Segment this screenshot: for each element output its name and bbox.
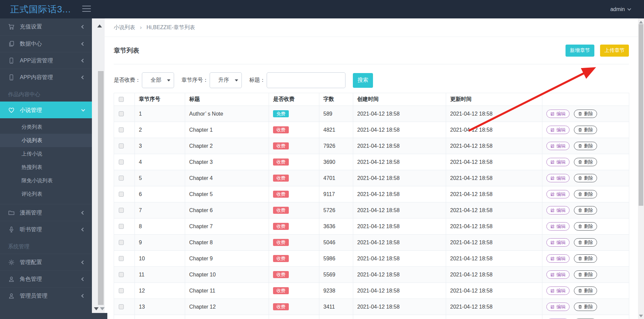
edit-button[interactable]: 编辑	[546, 238, 570, 247]
row-checkbox[interactable]	[119, 256, 124, 261]
delete-button[interactable]: 删除	[574, 238, 597, 247]
scroll-down-icon[interactable]	[639, 315, 643, 317]
chevron-left-icon	[81, 228, 85, 231]
edit-button[interactable]: 编辑	[546, 174, 570, 182]
sidebar-item[interactable]: APP内容管理	[0, 69, 92, 85]
sidebar-item[interactable]: 角色管理	[0, 270, 92, 287]
row-checkbox[interactable]	[119, 192, 124, 197]
delete-button[interactable]: 删除	[574, 254, 597, 263]
sidebar-item[interactable]: 数据中心	[0, 35, 92, 52]
cell-created-time: 2021-04-12 18:58	[353, 235, 446, 251]
edit-button[interactable]: 编辑	[546, 206, 570, 214]
cell-chapter-no: 3	[135, 138, 185, 154]
table-row: 6Chapter 5收费91172021-04-12 18:582021-04-…	[114, 186, 629, 202]
cell-updated-time: 2021-04-12 18:58	[446, 138, 542, 154]
content-scrollbar-left[interactable]	[92, 18, 105, 313]
title-filter-label: 标题：	[249, 77, 265, 84]
delete-button[interactable]: 删除	[574, 142, 597, 150]
upload-chapter-button[interactable]: 上传章节	[600, 45, 629, 57]
sidebar-toggle-icon[interactable]	[82, 6, 91, 13]
row-checkbox[interactable]	[119, 160, 124, 165]
chapter-table: 章节序号标题是否收费字数创建时间更新时间 1Author’ s Note免费58…	[114, 93, 629, 319]
edit-icon	[550, 160, 555, 164]
add-chapter-button[interactable]: 新增章节	[566, 45, 594, 57]
table-row: 4Chapter 3收费36902021-04-12 18:582021-04-…	[114, 154, 629, 170]
edit-button[interactable]: 编辑	[546, 254, 570, 263]
cell-updated-time: 2021-04-12 18:58	[446, 315, 542, 319]
filter-row: 是否收费： 全部 章节序号： 升序 标题： 搜索	[114, 72, 629, 88]
row-checkbox[interactable]	[119, 127, 124, 132]
scroll-up-icon[interactable]	[97, 24, 102, 27]
cell-title: Author’ s Note	[185, 106, 269, 122]
edit-button[interactable]: 编辑	[546, 110, 570, 118]
cell-chapter-no: 6	[135, 186, 185, 202]
scroll-down-icon[interactable]	[94, 307, 99, 310]
sidebar-item[interactable]: APP运营管理	[0, 52, 92, 69]
gear-icon	[8, 259, 15, 266]
sidebar-subitem[interactable]: 热搜列表	[0, 161, 92, 174]
fee-filter-select[interactable]: 全部	[142, 72, 174, 88]
delete-button[interactable]: 删除	[574, 110, 597, 118]
sidebar-item[interactable]: 管理配置	[0, 254, 92, 270]
sidebar-subitem[interactable]: 小说列表	[0, 134, 92, 147]
edit-button[interactable]: 编辑	[546, 303, 570, 311]
edit-button[interactable]: 编辑	[546, 126, 570, 134]
delete-button[interactable]: 删除	[574, 303, 597, 311]
sidebar-subitem[interactable]: 评论列表	[0, 187, 92, 201]
order-filter-select[interactable]: 升序	[210, 72, 242, 88]
page-scrollbar[interactable]	[638, 18, 644, 319]
column-header: 标题	[185, 93, 269, 106]
row-checkbox[interactable]	[119, 224, 124, 229]
scrollbar-thumb[interactable]	[98, 71, 104, 305]
user-menu[interactable]: admin	[610, 0, 631, 18]
sidebar-item[interactable]: 充值设置	[0, 18, 92, 35]
row-checkbox[interactable]	[119, 304, 124, 309]
title-search-input[interactable]	[267, 72, 345, 88]
edit-button[interactable]: 编辑	[546, 142, 570, 150]
sidebar-item[interactable]: 漫画管理	[0, 204, 92, 221]
scrollbar-thumb[interactable]	[639, 24, 643, 206]
row-checkbox[interactable]	[119, 272, 124, 277]
cell-word-count: 9238	[319, 283, 353, 299]
row-checkbox[interactable]	[119, 111, 124, 116]
cell-fee: 收费	[269, 138, 319, 154]
sidebar-subitem[interactable]: 限免小说列表	[0, 174, 92, 187]
topbar: 正式国际话3... admin	[0, 0, 644, 18]
edit-button[interactable]: 编辑	[546, 270, 570, 279]
delete-button[interactable]: 删除	[574, 286, 597, 295]
search-button[interactable]: 搜索	[353, 73, 373, 88]
sidebar-item[interactable]: 听书管理	[0, 221, 92, 238]
sidebar-item[interactable]: 小说管理	[0, 102, 92, 118]
delete-button[interactable]: 删除	[574, 222, 597, 231]
scroll-up-icon[interactable]	[639, 21, 643, 23]
select-all-checkbox[interactable]	[119, 97, 124, 102]
edit-button[interactable]: 编辑	[546, 158, 570, 166]
cell-word-count: 3690	[319, 154, 353, 170]
delete-button[interactable]: 删除	[574, 158, 597, 166]
row-checkbox[interactable]	[119, 208, 124, 213]
delete-button[interactable]: 删除	[574, 206, 597, 214]
row-checkbox[interactable]	[119, 288, 124, 293]
row-checkbox[interactable]	[119, 143, 124, 148]
delete-button[interactable]: 删除	[574, 126, 597, 134]
app-logo[interactable]: 正式国际话3...	[10, 0, 71, 18]
scroll-down-icon[interactable]	[100, 307, 105, 310]
row-checkbox[interactable]	[119, 240, 124, 245]
sidebar-item[interactable]: 管理员管理	[0, 287, 92, 304]
cell-word-count: 4306	[319, 315, 353, 319]
edit-button[interactable]: 编辑	[546, 190, 570, 198]
delete-button[interactable]: 删除	[574, 270, 597, 279]
row-checkbox[interactable]	[119, 176, 124, 181]
delete-button[interactable]: 删除	[574, 190, 597, 198]
delete-button[interactable]: 删除	[574, 174, 597, 182]
cell-updated-time: 2021-04-12 18:58	[446, 170, 542, 186]
cell-fee: 免费	[269, 106, 319, 122]
sidebar-subitem[interactable]: 分类列表	[0, 120, 92, 134]
breadcrumb-novel-list[interactable]: 小说列表	[114, 24, 135, 31]
phone-icon	[8, 74, 15, 81]
cell-chapter-no: 8	[135, 218, 185, 235]
sidebar-subitem[interactable]: 上传小说	[0, 147, 92, 161]
edit-button[interactable]: 编辑	[546, 222, 570, 231]
edit-button[interactable]: 编辑	[546, 286, 570, 295]
cell-chapter-no: 11	[135, 267, 185, 283]
